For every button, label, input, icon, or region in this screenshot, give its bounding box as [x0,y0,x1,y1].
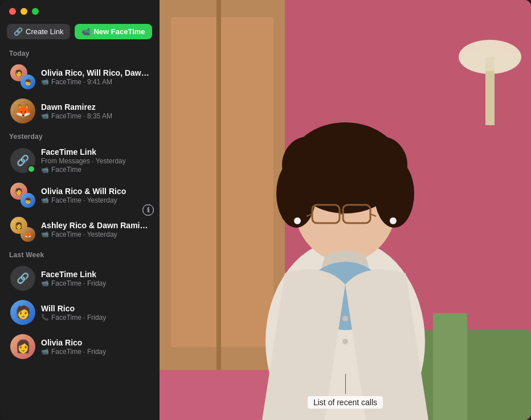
call-name: Olivia Rico, Will Rico, Dawn Rami... [41,68,149,77]
call-info: Dawn Ramirez 📹 FaceTime · 8:35 AM [41,102,149,120]
phone-icon-small: 📞 [41,314,49,321]
call-info: FaceTime Link From Messages · Yesterday … [41,147,149,174]
call-info: Ashley Rico & Dawn Ramirez 📹 FaceTime · … [41,221,149,238]
avatar: 🦊 [10,98,35,123]
avatar-group: 🧑 👦 [10,64,35,89]
call-info: Olivia Rico & Will Rico 📹 FaceTime · Yes… [41,187,149,204]
call-info: Olivia Rico 📹 FaceTime · Friday [41,338,149,356]
sidebar: 🔗 Create Link 📹 New FaceTime Today 🧑 👦 O… [0,0,160,420]
list-item[interactable]: 👩 🦊 Ashley Rico & Dawn Ramirez 📹 FaceTim… [3,212,156,246]
svg-point-16 [282,137,333,193]
list-item[interactable]: 🧑 👦 Olivia Rico, Will Rico, Dawn Rami...… [3,60,156,94]
svg-point-27 [342,339,348,344]
list-item[interactable]: 🧑 Will Rico 📞 FaceTime · Friday ℹ [3,295,156,330]
video-icon-small: 📹 [41,279,49,287]
call-name: FaceTime Link [41,147,149,157]
link-icon-large: 🔗 [17,154,29,167]
create-link-button[interactable]: 🔗 Create Link [7,24,70,39]
toolbar: 🔗 Create Link 📹 New FaceTime [0,20,160,45]
call-meta: 📹 FaceTime · Yesterday [41,196,149,204]
call-meta: 📹 FaceTime [41,166,149,174]
call-meta-text: FaceTime [51,166,81,174]
call-meta: 📹 FaceTime · Yesterday [41,230,149,238]
new-facetime-button[interactable]: 📹 New FaceTime [75,24,152,39]
maximize-button[interactable] [32,8,39,15]
link-icon-large: 🔗 [17,272,29,285]
avatar-link: 🔗 [10,266,35,291]
call-meta-text: FaceTime · 9:41 AM [51,78,112,86]
call-meta: 📹 FaceTime · Friday [41,348,149,356]
call-name: Olivia Rico & Will Rico [41,187,149,196]
background-scene [160,0,531,420]
avatar-link: 🔗 [10,148,35,173]
call-sub-text: From Messages · Yesterday [41,157,149,165]
svg-point-7 [461,48,518,71]
avatar: 🧑 [10,300,35,325]
call-meta-text: FaceTime · Yesterday [51,230,117,238]
traffic-lights [0,0,160,20]
annotation-container: List of recent calls [308,374,383,409]
main-content: List of recent calls [160,0,531,420]
call-meta-text: FaceTime · Friday [51,279,106,287]
video-icon-small: 📹 [41,166,49,174]
avatar-group: 👩 🦊 [10,217,35,242]
minimize-button[interactable] [21,8,27,15]
close-button[interactable] [9,8,16,15]
svg-point-24 [390,217,397,224]
call-name: Dawn Ramirez [41,102,149,112]
video-icon-small: 📹 [41,348,49,355]
call-meta: 📞 FaceTime · Friday [41,314,149,322]
call-meta-text: FaceTime · Friday [51,348,106,356]
avatar-group: 🧑 👦 [10,183,35,208]
facetime-photo: List of recent calls [160,0,531,420]
call-name: Olivia Rico [41,338,149,347]
svg-rect-3 [217,0,221,370]
annotation-text: List of recent calls [308,396,383,409]
green-dot [27,165,35,173]
section-last-week: Last Week [0,246,160,261]
app-window: 🔗 Create Link 📹 New FaceTime Today 🧑 👦 O… [0,0,531,420]
svg-rect-9 [433,313,467,420]
call-meta-text: FaceTime · Yesterday [51,196,117,204]
section-today: Today [0,45,160,60]
video-icon-small: 📹 [41,196,49,204]
svg-point-26 [342,316,348,322]
call-info: Olivia Rico, Will Rico, Dawn Rami... 📹 F… [41,68,149,86]
svg-point-23 [294,217,301,224]
avatar: 👩 [10,334,35,359]
list-item[interactable]: 🧑 👦 Olivia Rico & Will Rico 📹 FaceTime ·… [3,178,156,212]
video-icon-small: 📹 [41,230,49,238]
call-info: Will Rico 📞 FaceTime · Friday [41,304,149,322]
link-icon: 🔗 [14,27,23,36]
list-item[interactable]: 🔗 FaceTime Link 📹 FaceTime · Friday ℹ [3,261,156,295]
list-item[interactable]: 👩 Olivia Rico 📹 FaceTime · Friday ℹ [3,330,156,364]
call-info: FaceTime Link 📹 FaceTime · Friday [41,270,149,287]
call-meta: 📹 FaceTime · Friday [41,279,149,287]
video-icon: 📹 [81,27,91,36]
create-link-label: Create Link [26,27,63,36]
call-name: Ashley Rico & Dawn Ramirez [41,221,149,230]
list-item[interactable]: 🦊 Dawn Ramirez 📹 FaceTime · 8:35 AM ℹ [3,94,156,128]
list-item[interactable]: 🔗 FaceTime Link From Messages · Yesterda… [3,143,156,178]
call-meta-text: FaceTime · Friday [51,314,106,322]
call-meta: 📹 FaceTime · 9:41 AM [41,78,149,86]
calls-list: Today 🧑 👦 Olivia Rico, Will Rico, Dawn R… [0,45,160,420]
info-button[interactable]: ℹ [142,204,154,216]
call-name: Will Rico [41,304,149,313]
new-facetime-label: New FaceTime [93,27,145,36]
call-name: FaceTime Link [41,270,149,279]
call-meta-text: FaceTime · 8:35 AM [51,112,112,120]
svg-point-17 [356,137,407,193]
call-meta: 📹 FaceTime · 8:35 AM [41,112,149,120]
annotation-line [345,374,346,394]
section-yesterday: Yesterday [0,128,160,143]
video-icon-small: 📹 [41,78,49,85]
video-icon-small: 📹 [41,112,49,120]
svg-rect-2 [171,17,273,347]
